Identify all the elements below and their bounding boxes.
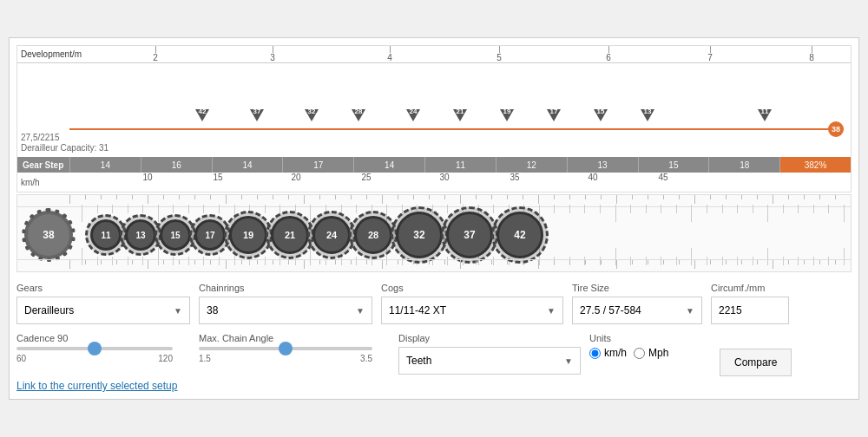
gear-visual-area: 38 1113151719212428323742 (16, 194, 852, 272)
step-data-cells: 14161417141112131518382% (69, 157, 851, 173)
setup-link[interactable]: Link to the currently selected setup (16, 380, 177, 392)
cog-area: 1113151719212428323742 (82, 205, 844, 265)
step-cell: 14 (212, 157, 283, 173)
step-cell: 14 (69, 157, 141, 173)
chainrings-group: Chainrings 38 ▼ (199, 283, 372, 324)
gear-step-label: Gear Step (17, 157, 69, 173)
units-mph-label[interactable]: Mph (634, 347, 668, 359)
compare-group: Compare (720, 349, 792, 376)
tire-size-group: Tire Size 27.5 / 57-584 ▼ (572, 283, 702, 324)
kmh-ruler: km/h 1015202530354045 (17, 173, 851, 192)
step-cell: 18 (708, 157, 779, 173)
step-cell: 11 (424, 157, 496, 173)
chain-angle-min: 1.5 (199, 354, 211, 363)
cadence-slider[interactable] (16, 347, 173, 350)
tire-size-select[interactable]: 27.5 / 57-584 (573, 297, 701, 323)
tire-size-select-wrapper[interactable]: 27.5 / 57-584 ▼ (572, 297, 702, 324)
front-chainring: 38 (24, 211, 75, 259)
kmh-tick-label: 45 (658, 173, 667, 182)
chainrings-label: Chainrings (199, 283, 372, 293)
chain-angle-slider[interactable] (199, 347, 372, 350)
derailleur-text: Derailleur Capacity: 31 (21, 143, 108, 153)
kmh-tick-label: 40 (588, 173, 597, 182)
cadence-min: 60 (16, 354, 26, 363)
step-cell: 13 (567, 157, 638, 173)
gears-label: Gears (16, 283, 190, 293)
step-cell: 15 (638, 157, 709, 173)
compare-button[interactable]: Compare (720, 349, 792, 376)
gear-marker: 21 (453, 109, 467, 121)
step-cell: 382% (779, 157, 851, 173)
cog-gear-icon: 15 (160, 219, 191, 251)
gears-group: Gears Derailleurs ▼ (16, 283, 190, 324)
units-kmh-text: km/h (604, 347, 627, 359)
cadence-max: 120 (158, 354, 173, 363)
chain-angle-labels: 1.5 3.5 (199, 354, 372, 363)
display-select-wrapper[interactable]: Teeth ▼ (398, 347, 581, 375)
gear-marker: 11 (758, 109, 772, 121)
gear-marker: 19 (500, 109, 514, 121)
gears-select-wrapper[interactable]: Derailleurs ▼ (16, 297, 190, 324)
orange-dot: 38 (828, 121, 844, 137)
link-row: Link to the currently selected setup (16, 380, 852, 392)
info-text: 27,5/2215 (21, 133, 60, 142)
units-mph-radio[interactable] (634, 348, 645, 359)
cadence-group: Cadence 90 60 120 (16, 333, 190, 363)
units-radio-group: km/h Mph (589, 347, 711, 359)
cogs-container: 1113151719212428323742 (82, 212, 543, 258)
cog-gear-icon: 32 (396, 212, 443, 258)
cogs-label: Cogs (381, 283, 563, 293)
chainrings-select[interactable]: 38 (200, 297, 372, 323)
display-select[interactable]: Teeth (399, 348, 580, 374)
gear-marker: 15 (594, 109, 608, 121)
circumf-value-box: 2215 (711, 297, 789, 324)
cog-gear-icon: 19 (229, 216, 267, 254)
chart-area: Development/m 2345678 38 423732282421191… (16, 45, 852, 192)
front-gear-icon: 38 (24, 211, 73, 259)
kmh-tick-label: 30 (439, 173, 449, 182)
ruler-ticks: 2345678 (69, 46, 851, 63)
main-container: Development/m 2345678 38 423732282421191… (9, 37, 859, 400)
kmh-tick-label: 35 (510, 173, 519, 182)
units-group: Units km/h Mph (589, 333, 711, 359)
cog-gear-icon: 37 (446, 212, 493, 258)
gear-marker: 17 (547, 109, 561, 121)
cog-gear-icon: 21 (271, 216, 309, 254)
cog-gear-icon: 13 (125, 219, 156, 251)
circumf-group: Circumf./mm 2215 (711, 283, 789, 324)
cog-gear-icon: 28 (354, 216, 392, 254)
units-kmh-radio[interactable] (589, 348, 601, 359)
tire-size-label: Tire Size (572, 283, 702, 293)
ruler-top: Development/m 2345678 (17, 46, 851, 63)
gear-marker: 42 (195, 109, 209, 121)
controls-area: Gears Derailleurs ▼ Chainrings 38 ▼ Cogs (16, 279, 852, 328)
mini-ruler-bottom (17, 259, 851, 271)
kmh-tick-label: 20 (291, 173, 300, 182)
kmh-ticks: 1015202530354045 (69, 173, 851, 192)
cogs-group: Cogs 11/11-42 XT ▼ (381, 283, 563, 324)
chain-angle-group: Max. Chain Angle 1.5 3.5 (199, 333, 390, 363)
step-cell: 16 (141, 157, 212, 173)
kmh-tick-label: 25 (361, 173, 371, 182)
units-kmh-label[interactable]: km/h (589, 347, 627, 359)
display-group: Display Teeth ▼ (398, 333, 581, 375)
gear-step-bar: Gear Step 14161417141112131518382% (17, 157, 851, 173)
gear-marker: 24 (406, 109, 420, 121)
gear-marker: 32 (305, 109, 319, 121)
units-label: Units (589, 333, 711, 343)
orange-line: 38 (69, 128, 844, 130)
cogs-select[interactable]: 11/11-42 XT (382, 297, 562, 323)
gear-marker: 28 (352, 109, 365, 121)
units-mph-text: Mph (648, 347, 668, 359)
step-cell: 12 (496, 157, 567, 173)
cog-gear-icon: 24 (312, 216, 351, 254)
gears-select[interactable]: Derailleurs (17, 297, 189, 323)
cogs-select-wrapper[interactable]: 11/11-42 XT ▼ (381, 297, 563, 324)
gear-marker: 37 (250, 109, 264, 121)
chain-angle-max: 3.5 (360, 354, 372, 363)
controls-row2: Cadence 90 60 120 Max. Chain Angle 1.5 3… (16, 333, 852, 376)
circumf-value: 2215 (719, 304, 742, 316)
gears-row: 38 1113151719212428323742 (17, 205, 851, 265)
cog-gear-icon: 42 (496, 212, 543, 258)
chainrings-select-wrapper[interactable]: 38 ▼ (199, 297, 372, 324)
